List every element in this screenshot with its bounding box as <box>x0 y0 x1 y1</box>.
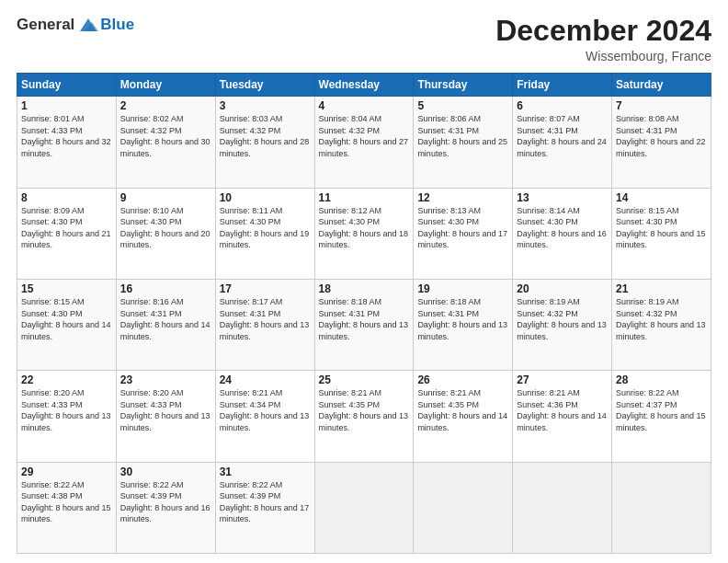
table-row: 17Sunrise: 8:17 AMSunset: 4:31 PMDayligh… <box>215 279 314 370</box>
table-row: 5Sunrise: 8:06 AMSunset: 4:31 PMDaylight… <box>414 97 513 188</box>
day-number: 4 <box>319 99 410 112</box>
logo-icon <box>78 15 98 35</box>
day-info: Sunrise: 8:17 AMSunset: 4:31 PMDaylight:… <box>220 297 310 341</box>
day-info: Sunrise: 8:14 AMSunset: 4:30 PMDaylight:… <box>517 206 607 250</box>
calendar-week-2: 8Sunrise: 8:09 AMSunset: 4:30 PMDaylight… <box>17 188 711 279</box>
day-info: Sunrise: 8:16 AMSunset: 4:31 PMDaylight:… <box>120 297 210 341</box>
calendar-page: General Blue December 2024 Wissembourg, … <box>0 0 728 563</box>
day-number: 16 <box>120 282 211 295</box>
day-info: Sunrise: 8:15 AMSunset: 4:30 PMDaylight:… <box>21 297 111 341</box>
day-info: Sunrise: 8:22 AMSunset: 4:39 PMDaylight:… <box>220 480 310 524</box>
day-info: Sunrise: 8:07 AMSunset: 4:31 PMDaylight:… <box>517 114 607 158</box>
day-number: 27 <box>517 373 608 386</box>
day-info: Sunrise: 8:22 AMSunset: 4:37 PMDaylight:… <box>616 388 706 432</box>
day-number: 21 <box>616 282 707 295</box>
table-row: 27Sunrise: 8:21 AMSunset: 4:36 PMDayligh… <box>513 371 612 462</box>
header-row: Sunday Monday Tuesday Wednesday Thursday… <box>17 74 711 97</box>
table-row <box>513 462 612 553</box>
logo-general: General <box>17 16 74 34</box>
day-info: Sunrise: 8:04 AMSunset: 4:32 PMDaylight:… <box>319 114 409 158</box>
table-row: 6Sunrise: 8:07 AMSunset: 4:31 PMDaylight… <box>513 97 612 188</box>
logo-blue: Blue <box>100 16 134 34</box>
day-number: 29 <box>21 465 112 478</box>
table-row <box>314 462 414 553</box>
day-number: 23 <box>120 373 211 386</box>
table-row: 10Sunrise: 8:11 AMSunset: 4:30 PMDayligh… <box>215 188 314 279</box>
day-info: Sunrise: 8:21 AMSunset: 4:34 PMDaylight:… <box>220 388 310 432</box>
table-row: 13Sunrise: 8:14 AMSunset: 4:30 PMDayligh… <box>513 188 612 279</box>
col-friday: Friday <box>513 74 612 97</box>
logo-area: General Blue <box>17 15 134 35</box>
table-row: 3Sunrise: 8:03 AMSunset: 4:32 PMDaylight… <box>215 97 314 188</box>
day-number: 12 <box>417 191 508 204</box>
col-sunday: Sunday <box>17 74 117 97</box>
day-info: Sunrise: 8:03 AMSunset: 4:32 PMDaylight:… <box>220 114 310 158</box>
day-number: 2 <box>120 99 211 112</box>
table-row: 4Sunrise: 8:04 AMSunset: 4:32 PMDaylight… <box>314 97 414 188</box>
col-tuesday: Tuesday <box>215 74 314 97</box>
day-info: Sunrise: 8:19 AMSunset: 4:32 PMDaylight:… <box>616 297 706 341</box>
day-number: 19 <box>417 282 508 295</box>
table-row: 21Sunrise: 8:19 AMSunset: 4:32 PMDayligh… <box>612 279 711 370</box>
day-info: Sunrise: 8:10 AMSunset: 4:30 PMDaylight:… <box>120 206 210 250</box>
day-number: 10 <box>220 191 311 204</box>
title-area: December 2024 Wissembourg, France <box>495 15 711 63</box>
table-row: 25Sunrise: 8:21 AMSunset: 4:35 PMDayligh… <box>314 371 414 462</box>
day-number: 1 <box>21 99 112 112</box>
table-row: 18Sunrise: 8:18 AMSunset: 4:31 PMDayligh… <box>314 279 414 370</box>
day-number: 8 <box>21 191 112 204</box>
col-wednesday: Wednesday <box>314 74 414 97</box>
day-info: Sunrise: 8:22 AMSunset: 4:39 PMDaylight:… <box>120 480 210 524</box>
table-row: 15Sunrise: 8:15 AMSunset: 4:30 PMDayligh… <box>17 279 117 370</box>
day-info: Sunrise: 8:01 AMSunset: 4:33 PMDaylight:… <box>21 114 111 158</box>
day-info: Sunrise: 8:19 AMSunset: 4:32 PMDaylight:… <box>517 297 607 341</box>
day-info: Sunrise: 8:15 AMSunset: 4:30 PMDaylight:… <box>616 206 706 250</box>
table-row: 28Sunrise: 8:22 AMSunset: 4:37 PMDayligh… <box>612 371 711 462</box>
day-number: 13 <box>517 191 608 204</box>
day-info: Sunrise: 8:18 AMSunset: 4:31 PMDaylight:… <box>417 297 507 341</box>
table-row: 2Sunrise: 8:02 AMSunset: 4:32 PMDaylight… <box>116 97 215 188</box>
subtitle: Wissembourg, France <box>495 49 711 63</box>
day-number: 15 <box>21 282 112 295</box>
day-number: 7 <box>616 99 707 112</box>
day-info: Sunrise: 8:12 AMSunset: 4:30 PMDaylight:… <box>319 206 409 250</box>
day-number: 9 <box>120 191 211 204</box>
day-info: Sunrise: 8:02 AMSunset: 4:32 PMDaylight:… <box>120 114 210 158</box>
table-row: 12Sunrise: 8:13 AMSunset: 4:30 PMDayligh… <box>414 188 513 279</box>
table-row: 14Sunrise: 8:15 AMSunset: 4:30 PMDayligh… <box>612 188 711 279</box>
table-row <box>612 462 711 553</box>
table-row: 20Sunrise: 8:19 AMSunset: 4:32 PMDayligh… <box>513 279 612 370</box>
day-number: 17 <box>220 282 311 295</box>
table-row: 9Sunrise: 8:10 AMSunset: 4:30 PMDaylight… <box>116 188 215 279</box>
day-number: 11 <box>319 191 410 204</box>
col-saturday: Saturday <box>612 74 711 97</box>
day-number: 30 <box>120 465 211 478</box>
col-monday: Monday <box>116 74 215 97</box>
day-number: 6 <box>517 99 608 112</box>
calendar-week-1: 1Sunrise: 8:01 AMSunset: 4:33 PMDaylight… <box>17 97 711 188</box>
table-row: 1Sunrise: 8:01 AMSunset: 4:33 PMDaylight… <box>17 97 117 188</box>
day-info: Sunrise: 8:20 AMSunset: 4:33 PMDaylight:… <box>21 388 111 432</box>
table-row: 22Sunrise: 8:20 AMSunset: 4:33 PMDayligh… <box>17 371 117 462</box>
table-row: 23Sunrise: 8:20 AMSunset: 4:33 PMDayligh… <box>116 371 215 462</box>
day-info: Sunrise: 8:08 AMSunset: 4:31 PMDaylight:… <box>616 114 706 158</box>
calendar-week-4: 22Sunrise: 8:20 AMSunset: 4:33 PMDayligh… <box>17 371 711 462</box>
day-number: 31 <box>220 465 311 478</box>
calendar-body: 1Sunrise: 8:01 AMSunset: 4:33 PMDaylight… <box>17 97 711 554</box>
day-number: 5 <box>417 99 508 112</box>
day-number: 28 <box>616 373 707 386</box>
calendar-header: Sunday Monday Tuesday Wednesday Thursday… <box>17 74 711 97</box>
table-row: 29Sunrise: 8:22 AMSunset: 4:38 PMDayligh… <box>17 462 117 553</box>
day-number: 25 <box>319 373 410 386</box>
day-number: 3 <box>220 99 311 112</box>
table-row: 16Sunrise: 8:16 AMSunset: 4:31 PMDayligh… <box>116 279 215 370</box>
table-row <box>414 462 513 553</box>
day-number: 26 <box>417 373 508 386</box>
col-thursday: Thursday <box>414 74 513 97</box>
calendar-week-5: 29Sunrise: 8:22 AMSunset: 4:38 PMDayligh… <box>17 462 711 553</box>
day-info: Sunrise: 8:18 AMSunset: 4:31 PMDaylight:… <box>319 297 409 341</box>
day-info: Sunrise: 8:20 AMSunset: 4:33 PMDaylight:… <box>120 388 210 432</box>
day-info: Sunrise: 8:06 AMSunset: 4:31 PMDaylight:… <box>417 114 507 158</box>
table-row: 11Sunrise: 8:12 AMSunset: 4:30 PMDayligh… <box>314 188 414 279</box>
day-info: Sunrise: 8:21 AMSunset: 4:36 PMDaylight:… <box>517 388 607 432</box>
